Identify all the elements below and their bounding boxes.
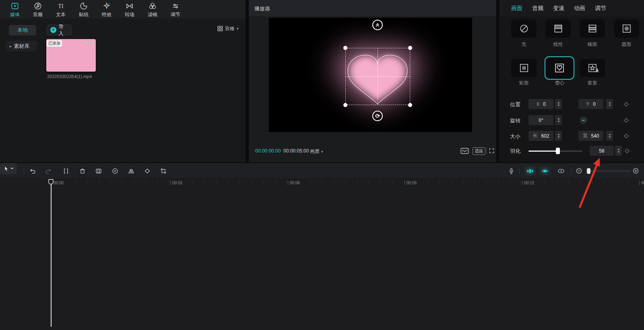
divider [486,148,487,154]
mask-rect-tile[interactable] [511,59,537,77]
toolbar-item-sticker[interactable]: 贴纸 [74,2,94,18]
keyframe-next-icon: › [630,134,631,138]
timeline-ruler[interactable]: 00:00 00:03 00:06 00:09 00:12 00:15 [0,179,644,187]
fit-button[interactable]: 适应 [473,147,485,155]
audio-icon [33,2,42,10]
toolbar-item-text[interactable]: TI 文本 [51,2,71,18]
feather-value-input[interactable]: 58 [590,146,614,156]
toolbar-item-audio[interactable]: 音频 [28,2,48,18]
y-label: Y [586,101,589,107]
sidebar-item-library[interactable]: ▸ 素材库 [6,41,37,52]
rotation-keyframe[interactable]: ‹ › [619,115,634,125]
mirror-preview-icon[interactable] [460,148,469,154]
tab-audio[interactable]: 音频 [532,5,543,12]
mask-circle-tile[interactable] [614,19,639,38]
chevron-double-up-icon [375,22,380,28]
size-width-stepper[interactable] [555,131,562,141]
undo-button[interactable] [29,167,36,175]
rotation-dial[interactable] [580,116,587,124]
rotate-button[interactable] [144,167,151,175]
total-time: 00:00:05:00 [283,148,309,154]
position-x-input[interactable]: X 0 [528,99,553,109]
mask-heart-tile-selected[interactable] [545,56,574,80]
feather-drag-handle[interactable] [372,20,383,30]
resize-handle-bottom-left[interactable] [343,103,347,107]
svg-text:TI: TI [58,3,64,9]
zoom-in-button[interactable] [632,167,639,174]
player-header: 播放器 [249,0,496,16]
length-label: 长 [533,132,537,139]
delete-button[interactable] [79,167,86,175]
rotation-stepper[interactable] [555,115,562,125]
feather-slider-handle[interactable] [556,148,560,154]
toolbar-item-media[interactable]: 媒体 [5,2,25,18]
grid-view-dropdown[interactable]: 宫格 ▾ [217,25,239,33]
crop-button[interactable] [160,167,167,175]
redo-button[interactable] [45,167,52,175]
mirror-button[interactable] [128,167,135,175]
divider [519,168,520,174]
rotation-input[interactable]: 0° [528,115,553,125]
mask-circle-label: 圆形 [614,41,639,48]
mask-linear-tile[interactable] [545,19,571,38]
feather-keyframe[interactable]: ‹ › [620,146,634,156]
resize-handle-top-right[interactable] [408,46,412,50]
playhead-marker[interactable] [48,179,54,185]
mask-none-tile[interactable] [511,19,537,38]
toolbar-item-label: 文本 [56,11,66,18]
resize-handle-bottom-right[interactable] [408,103,412,107]
size-height-input[interactable]: 宽 540 [578,131,603,141]
media-thumbnail[interactable]: 已添加 00:05 [46,39,96,72]
keyframe-next-icon: › [630,148,632,153]
rotate-handle[interactable]: ⟳ [372,111,383,121]
quality-dropdown[interactable]: 画质 ▾ [310,148,323,155]
position-keyframe[interactable]: ‹ › [619,99,634,109]
link-toggle[interactable] [557,167,565,175]
resize-handle-top-left[interactable] [343,46,347,50]
tab-animation[interactable]: 动画 [574,5,585,12]
sticker-icon [79,2,88,10]
ruler-label: 00:09 [405,181,417,185]
x-label: X [536,101,539,107]
sidebar-item-local[interactable]: 本地 [9,25,36,35]
size-keyframe[interactable]: ‹ › [619,131,634,141]
mask-mirror-tile[interactable] [580,19,605,38]
tab-speed[interactable]: 变速 [553,5,564,12]
size-height-stepper[interactable] [606,131,613,141]
tab-adjust[interactable]: 调节 [595,5,606,12]
toolbar-item-label: 滤镜 [148,11,157,18]
toolbar-item-effects[interactable]: 特效 [97,2,117,18]
position-label: 位置 [510,101,520,108]
position-y-stepper[interactable] [606,99,613,109]
split-button[interactable] [62,167,70,175]
toolbar-item-adjust[interactable]: 调节 [165,2,186,18]
select-tool-button[interactable] [0,163,17,174]
download-icon [595,68,600,72]
cursor-icon [3,166,9,172]
rotation-value: 0° [539,118,543,123]
freeze-frame-button[interactable] [95,167,102,175]
ruler-label: 00:12 [522,181,534,185]
record-audio-button[interactable] [508,167,515,175]
preview-axis-toggle[interactable] [524,166,536,176]
tab-picture[interactable]: 画面 [511,5,522,12]
mask-star-tile[interactable] [580,59,605,77]
timeline-zoom-slider[interactable] [587,171,630,171]
keyframe-prev-icon: ‹ [623,148,624,153]
playhead-line[interactable] [51,179,52,327]
position-x-stepper[interactable] [555,99,562,109]
reverse-button[interactable] [111,167,119,175]
size-width-input[interactable]: 长 602 [528,131,553,141]
import-button[interactable]: + 导入 [47,25,72,35]
mask-linear-icon [553,23,564,34]
fullscreen-icon[interactable] [489,148,495,154]
position-y-input[interactable]: Y 0 [578,99,603,109]
media-icon [10,2,19,10]
keyframe-prev-icon: ‹ [622,134,623,138]
toolbar-item-transition[interactable]: 转场 [120,2,140,18]
timeline-zoom-handle[interactable] [587,168,590,174]
toolbar-item-filter[interactable]: 滤镜 [142,2,163,18]
preview-canvas[interactable]: ⟳ [269,18,472,132]
snap-toggle[interactable] [539,166,551,176]
zoom-out-button[interactable] [576,167,582,174]
